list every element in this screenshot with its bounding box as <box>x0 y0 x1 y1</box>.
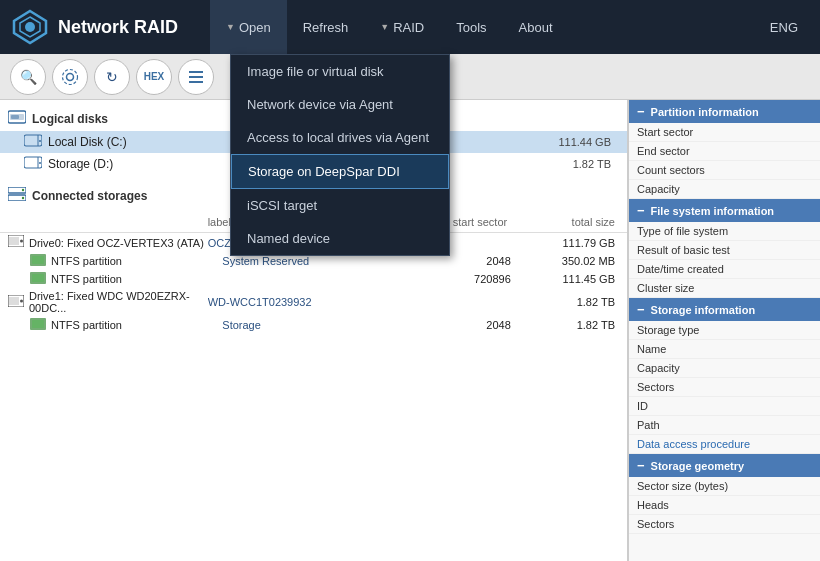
nav-menu: ▼ Open Refresh ▼ RAID Tools About ENG <box>210 0 810 54</box>
partition2-name: NTFS partition <box>20 318 222 332</box>
svg-point-20 <box>22 197 24 199</box>
refresh-button[interactable]: ↻ <box>94 59 130 95</box>
partition0-label: System Reserved <box>222 255 414 267</box>
open-dropdown-menu: Image file or virtual disk Network devic… <box>230 54 450 256</box>
svg-point-2 <box>25 22 35 32</box>
storage-geometry-header: − Storage geometry <box>629 454 820 477</box>
raid-arrow-icon: ▼ <box>380 22 389 32</box>
language-selector[interactable]: ENG <box>758 20 810 35</box>
storage-capacity-row: Capacity <box>629 359 820 378</box>
partition-info-title: Partition information <box>651 106 759 118</box>
disk-d-size: 1.82 TB <box>573 158 615 170</box>
svg-rect-25 <box>32 256 44 264</box>
filesystem-info-title: File system information <box>651 205 774 217</box>
topbar: Network RAID ▼ Open Refresh ▼ RAID Tools… <box>0 0 820 54</box>
storage-path-row: Path <box>629 416 820 435</box>
svg-rect-29 <box>9 297 19 305</box>
drive1-name: Drive1: Fixed WDC WD20EZRX-00DC... <box>8 290 208 314</box>
svg-point-16 <box>39 162 41 164</box>
storage-name-row: Name <box>629 340 820 359</box>
type-filesystem-row: Type of file system <box>629 222 820 241</box>
partition0-name: NTFS partition <box>20 254 222 268</box>
geometry-collapse-icon[interactable]: − <box>637 458 645 473</box>
svg-rect-10 <box>11 115 19 119</box>
drive0-name-text: Drive0: Fixed OCZ-VERTEX3 (ATA) <box>29 237 204 249</box>
partition0-name-text: NTFS partition <box>51 255 122 267</box>
storage-drive1[interactable]: Drive1: Fixed WDC WD20EZRX-00DC... WD-WC… <box>0 288 627 316</box>
partition2-name-text: NTFS partition <box>51 319 122 331</box>
svg-point-13 <box>39 140 41 142</box>
svg-point-3 <box>67 73 74 80</box>
count-sectors-row: Count sectors <box>629 161 820 180</box>
disk-d-icon <box>24 156 42 172</box>
svg-point-4 <box>63 69 78 84</box>
partition1-sector: 720896 <box>415 273 519 285</box>
svg-rect-27 <box>32 274 44 282</box>
data-access-procedure-row[interactable]: Data access procedure <box>629 435 820 454</box>
nav-about[interactable]: About <box>503 0 569 54</box>
drive1-name-text: Drive1: Fixed WDC WD20EZRX-00DC... <box>29 290 208 314</box>
search-button[interactable]: 🔍 <box>10 59 46 95</box>
partition1-total: 111.45 GB <box>519 273 619 285</box>
partition2-total: 1.82 TB <box>519 319 619 331</box>
svg-rect-32 <box>32 320 44 328</box>
hex-button[interactable]: HEX <box>136 59 172 95</box>
svg-rect-7 <box>189 81 203 83</box>
connected-storages-label: Connected storages <box>32 189 147 203</box>
storage-collapse-icon[interactable]: − <box>637 302 645 317</box>
svg-rect-6 <box>189 76 203 78</box>
sector-size-row: Sector size (bytes) <box>629 477 820 496</box>
storage-sectors-row: Sectors <box>629 378 820 397</box>
storage-info-title: Storage information <box>651 304 756 316</box>
nav-tools[interactable]: Tools <box>440 0 502 54</box>
partition1-icon <box>30 272 46 286</box>
partition-info-header: − Partition information <box>629 100 820 123</box>
storage-partition2[interactable]: NTFS partition Storage 2048 1.82 TB <box>0 316 627 334</box>
drive1-label: WD-WCC1T0239932 <box>208 296 408 308</box>
nav-open[interactable]: ▼ Open <box>210 0 287 54</box>
partition-collapse-icon[interactable]: − <box>637 104 645 119</box>
partition0-icon <box>30 254 46 268</box>
capacity-row: Capacity <box>629 180 820 199</box>
list-button[interactable] <box>178 59 214 95</box>
dropdown-item-iscsi[interactable]: iSCSI target <box>231 189 449 222</box>
storage-partition1[interactable]: NTFS partition 720896 111.45 GB <box>0 270 627 288</box>
dropdown-item-local-drives[interactable]: Access to local drives via Agent <box>231 121 449 154</box>
settings-icon <box>61 68 79 86</box>
right-panel: − Partition information Start sector End… <box>628 100 820 561</box>
svg-point-30 <box>20 299 23 302</box>
drive0-name: Drive0: Fixed OCZ-VERTEX3 (ATA) <box>8 235 208 250</box>
svg-rect-5 <box>189 71 203 73</box>
filesystem-collapse-icon[interactable]: − <box>637 203 645 218</box>
datetime-created-row: Date/time created <box>629 260 820 279</box>
dropdown-item-network-device[interactable]: Network device via Agent <box>231 88 449 121</box>
settings-button[interactable] <box>52 59 88 95</box>
logo-icon <box>10 7 50 47</box>
sectors-row: Sectors <box>629 515 820 534</box>
svg-point-23 <box>20 240 23 243</box>
drive0-total: 111.79 GB <box>515 237 619 249</box>
svg-rect-22 <box>9 237 19 245</box>
dropdown-item-deepspar[interactable]: Storage on DeepSpar DDI <box>231 154 449 189</box>
storage-id-row: ID <box>629 397 820 416</box>
partition2-label: Storage <box>222 319 414 331</box>
cluster-size-row: Cluster size <box>629 279 820 298</box>
end-sector-row: End sector <box>629 142 820 161</box>
nav-refresh[interactable]: Refresh <box>287 0 365 54</box>
app-logo: Network RAID <box>10 7 210 47</box>
disk-c-icon <box>24 134 42 150</box>
dropdown-item-image-file[interactable]: Image file or virtual disk <box>231 55 449 88</box>
col-total-header: total size <box>515 216 619 228</box>
storage-type-row: Storage type <box>629 321 820 340</box>
partition1-name: NTFS partition <box>20 272 222 286</box>
nav-raid[interactable]: ▼ RAID <box>364 0 440 54</box>
storage-info-header: − Storage information <box>629 298 820 321</box>
storages-icon <box>8 187 26 204</box>
filesystem-info-header: − File system information <box>629 199 820 222</box>
drive1-total: 1.82 TB <box>515 296 619 308</box>
logical-disks-icon <box>8 110 26 127</box>
dropdown-item-named-device[interactable]: Named device <box>231 222 449 255</box>
partition0-total: 350.02 MB <box>519 255 619 267</box>
col-name-header <box>8 216 208 228</box>
app-title: Network RAID <box>58 17 178 38</box>
